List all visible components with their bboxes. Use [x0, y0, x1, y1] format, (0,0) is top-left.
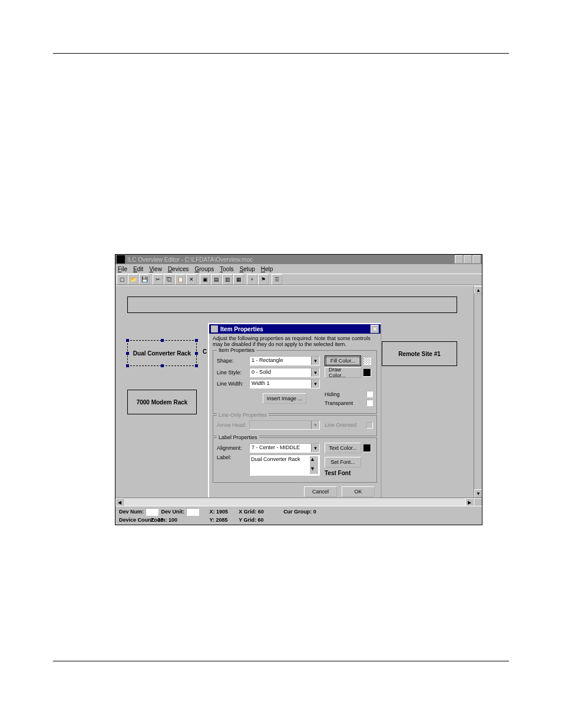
- top-rule: [53, 53, 509, 54]
- properties-icon[interactable]: ☰: [272, 274, 282, 285]
- xgrid-value: 60: [258, 509, 264, 515]
- menu-setup[interactable]: Setup: [240, 266, 255, 272]
- dev-unit-label: Dev Unit:: [161, 509, 185, 515]
- tool-icon-2[interactable]: ▤: [211, 274, 222, 285]
- box-dual-converter[interactable]: Dual Converter Rack: [127, 340, 197, 366]
- xgrid-label: X Grid:: [239, 509, 256, 515]
- ok-button[interactable]: OK: [342, 486, 375, 497]
- hiding-label: Hiding: [325, 391, 340, 397]
- chevron-down-icon[interactable]: ▼: [311, 368, 319, 377]
- horizontal-scrollbar[interactable]: ◀ ▶: [115, 498, 482, 506]
- scroll-right-icon[interactable]: ▶: [465, 498, 474, 506]
- minimize-button[interactable]: _: [455, 255, 463, 263]
- scroll-left-icon[interactable]: ◀: [115, 498, 124, 506]
- group-line-label: Line-Only Properties: [217, 412, 269, 418]
- hiding-checkbox[interactable]: [366, 391, 373, 397]
- flag-icon[interactable]: ⚑: [258, 274, 269, 285]
- tool-icon-3[interactable]: ▥: [222, 274, 233, 285]
- close-button[interactable]: ✕: [472, 255, 481, 263]
- group-label-label: Label Properties: [217, 434, 259, 440]
- paste-icon[interactable]: 📋: [175, 274, 186, 285]
- draw-color-button[interactable]: Draw Color...: [325, 367, 361, 378]
- chevron-down-icon[interactable]: ▼: [311, 380, 319, 388]
- canvas[interactable]: Dual Converter Rack C 7000 Modem Rack Re…: [115, 285, 482, 498]
- cut-icon[interactable]: ✂: [153, 274, 163, 285]
- box-7000-modem[interactable]: 7000 Modem Rack: [127, 390, 197, 414]
- transparent-checkbox[interactable]: [366, 400, 373, 406]
- fill-color-button[interactable]: Fill Color...: [325, 355, 361, 366]
- box-dual-label: Dual Converter Rack: [133, 350, 191, 357]
- menu-groups[interactable]: Groups: [194, 266, 214, 272]
- text-color-button[interactable]: Text Color...: [325, 443, 361, 453]
- maximize-button[interactable]: ❐: [464, 255, 472, 263]
- tool-icon-4[interactable]: ▦: [233, 274, 244, 285]
- dev-unit-field: [186, 508, 199, 516]
- zoom-value: 100: [168, 517, 177, 523]
- add-icon[interactable]: +: [247, 274, 257, 285]
- fill-color-swatch: [363, 357, 371, 365]
- curgroup-value: 0: [313, 509, 316, 515]
- menu-help[interactable]: Help: [261, 266, 273, 272]
- menu-view[interactable]: View: [149, 266, 162, 272]
- dialog-title: Item Properties: [220, 326, 263, 332]
- line-width-combo[interactable]: Width 1 ▼: [249, 379, 320, 388]
- chevron-down-icon[interactable]: ▼: [311, 444, 319, 452]
- toolbar: ▢ 📂 💾 ✂ ⿻ 📋 ✕ ▣ ▤ ▥ ▦ + ⚑ ☰: [115, 274, 482, 285]
- group-line-only: Line-Only Properties Arrow Head: ▼ Line …: [213, 415, 377, 436]
- vertical-scrollbar[interactable]: ▲ ▼: [474, 286, 482, 498]
- shape-value: 1 - Rectangle: [250, 357, 311, 365]
- chevron-down-icon[interactable]: ▼: [311, 357, 319, 365]
- x-label: X:: [210, 509, 215, 515]
- window-title: ILC Overview Editor - C:\LFDATA\Overview…: [127, 256, 253, 263]
- box-remote-label: Remote Site #1: [398, 351, 441, 357]
- box-modem-label: 7000 Modem Rack: [137, 399, 188, 406]
- arrowhead-combo: ▼: [249, 420, 320, 430]
- scroll-down-icon[interactable]: ▼: [310, 466, 318, 474]
- transparent-label: Transparent: [325, 400, 353, 406]
- insert-image-button[interactable]: Insert Image ...: [263, 393, 306, 404]
- alignment-value: 7 - Center - MIDDLE: [250, 444, 311, 452]
- label-value: Dual Converter Rack: [251, 456, 310, 474]
- dialog-close-button[interactable]: ✕: [371, 325, 379, 333]
- dialog-item-properties: Item Properties ✕ Adjust the following p…: [208, 323, 382, 498]
- menubar: FFileile Edit View Devices Groups Tools …: [115, 264, 482, 274]
- y-value: 2085: [216, 517, 227, 523]
- cancel-button[interactable]: Cancel: [304, 486, 337, 497]
- test-font-label: Test Font: [325, 470, 373, 476]
- line-style-combo[interactable]: 0 - Solid ▼: [249, 368, 320, 377]
- group-label-properties: Label Properties Alignment: 7 - Center -…: [213, 437, 377, 483]
- shape-combo[interactable]: 1 - Rectangle ▼: [249, 356, 320, 365]
- tool-icon-1[interactable]: ▣: [200, 274, 210, 285]
- menu-devices[interactable]: Devices: [168, 266, 189, 272]
- save-icon[interactable]: 💾: [139, 274, 150, 285]
- arrowhead-label: Arrow Head:: [217, 422, 249, 428]
- label-textarea[interactable]: Dual Converter Rack ▲ ▼: [249, 454, 320, 476]
- dialog-button-row: Cancel OK: [209, 484, 381, 498]
- status-bar: Dev Num: Dev Unit: Device Count: 28 X: 1…: [115, 506, 482, 525]
- text-color-swatch: [363, 444, 371, 452]
- dialog-titlebar: Item Properties ✕: [209, 324, 381, 334]
- open-icon[interactable]: 📂: [128, 274, 138, 285]
- set-font-button[interactable]: Set Font...: [325, 457, 361, 467]
- alignment-combo[interactable]: 7 - Center - MIDDLE ▼: [249, 443, 320, 453]
- group-item-properties: Item Properties Shape: 1 - Rectangle ▼ F…: [213, 350, 377, 414]
- group-item-label: Item Properties: [217, 347, 256, 353]
- scroll-up-icon[interactable]: ▲: [310, 456, 318, 465]
- line-width-value: Width 1: [250, 380, 311, 388]
- box-top[interactable]: [127, 297, 457, 313]
- dialog-icon: [211, 325, 218, 332]
- line-oriented-checkbox: [366, 422, 373, 429]
- copy-icon[interactable]: ⿻: [164, 274, 174, 285]
- scroll-up-icon[interactable]: ▲: [474, 286, 482, 294]
- new-icon[interactable]: ▢: [117, 274, 127, 285]
- arrowhead-value: [250, 421, 311, 429]
- app-window: ILC Overview Editor - C:\LFDATA\Overview…: [115, 254, 482, 525]
- draw-color-swatch: [363, 368, 371, 377]
- menu-file[interactable]: FFileile: [118, 266, 127, 272]
- app-icon: [117, 255, 125, 263]
- scroll-down-icon[interactable]: ▼: [474, 489, 482, 498]
- box-remote-site[interactable]: Remote Site #1: [382, 341, 457, 366]
- menu-tools[interactable]: Tools: [220, 266, 233, 272]
- delete-icon[interactable]: ✕: [186, 274, 197, 285]
- menu-edit[interactable]: Edit: [133, 266, 143, 272]
